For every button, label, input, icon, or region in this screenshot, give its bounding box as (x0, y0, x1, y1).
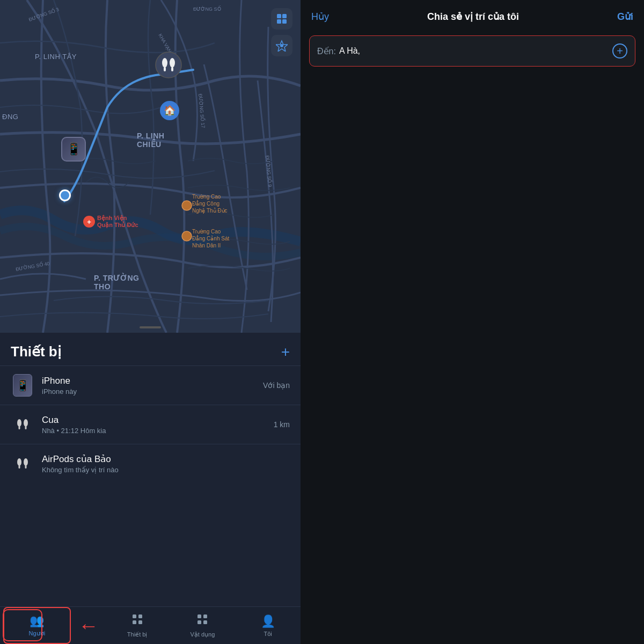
map-location-btn[interactable] (271, 35, 292, 56)
iphone-sub: iPhone này (42, 387, 255, 396)
map-label-linh-chieu: P. LINHCHIỀU (137, 131, 164, 149)
map-label-ong: ĐNG (2, 113, 18, 121)
map-area: ĐƯỜNG SỐ 3 ĐƯỜNG SỐ KHA VẠN CÂN ĐƯỜNG SỐ… (0, 0, 301, 333)
hospital-label: Bệnh ViệnQuận Thủ Đức (97, 215, 138, 229)
device-item-cua[interactable]: Cua Nhà • 21:12 Hôm kia 1 km (0, 405, 301, 444)
pull-handle[interactable] (140, 326, 161, 328)
marker-iphone-map: 📱 (61, 137, 86, 162)
svg-rect-31 (197, 614, 201, 618)
tab-vat-dung-icon (196, 613, 209, 629)
search-to-label: Đến: (317, 46, 336, 56)
svg-point-23 (17, 458, 21, 466)
svg-point-9 (156, 52, 181, 78)
marker-hospital: + Bệnh ViệnQuận Thủ Đức (83, 215, 138, 229)
svg-rect-30 (138, 620, 142, 624)
airpods-bao-name: AirPods của Bảo (42, 453, 290, 465)
svg-rect-15 (282, 14, 287, 18)
cancel-button[interactable]: Hủy (311, 11, 329, 23)
iphone-info: iPhone iPhone này (42, 376, 255, 396)
map-roads-svg: ĐƯỜNG SỐ 3 ĐƯỜNG SỐ KHA VẠN CÂN ĐƯỜNG SỐ… (0, 0, 301, 333)
svg-rect-33 (197, 620, 201, 624)
right-body-content (301, 67, 644, 644)
share-location-title: Chia sẻ vị trí của tôi (427, 11, 519, 23)
map-layers-btn[interactable] (271, 8, 292, 30)
tab-toi-label: Tôi (264, 631, 272, 637)
search-add-button[interactable]: + (612, 43, 627, 58)
svg-point-19 (17, 419, 21, 427)
svg-rect-34 (203, 620, 207, 624)
svg-rect-32 (203, 614, 207, 618)
svg-rect-28 (138, 614, 142, 618)
svg-rect-29 (133, 620, 136, 624)
cua-sub: Nhà • 21:12 Hôm kia (42, 427, 266, 435)
device-item-iphone[interactable]: 📱 iPhone iPhone này Với bạn (0, 365, 301, 405)
school-marker-1: Trường CaoĐẳng CôngNghệ Thủ Đức (192, 193, 228, 214)
add-device-button[interactable]: + (281, 345, 290, 360)
iphone-status: Với bạn (263, 381, 290, 390)
cua-airpods-icon (13, 415, 32, 434)
section-title: Thiết bị (11, 343, 61, 360)
right-header: Hủy Chia sẻ vị trí của tôi Gửi (301, 0, 644, 31)
tab-vat-dung[interactable]: Vật dụng (170, 607, 236, 644)
svg-point-7 (182, 201, 192, 210)
send-button[interactable]: Gửi (617, 11, 633, 23)
marker-home: 🏠 (160, 101, 179, 120)
red-arrow-container: ← (72, 616, 105, 636)
airpods-bao-sub: Không tìm thấy vị trí nào (42, 466, 290, 474)
search-value: A Hà, (339, 46, 612, 56)
iphone-icon-wrap: 📱 (11, 374, 34, 397)
marker-airpods (155, 51, 182, 81)
school-label-2: Trường CaoĐẳng Cảnh SátNhân Dân II (192, 228, 229, 249)
airpods-bao-icon-wrap (11, 452, 34, 475)
svg-rect-14 (277, 14, 281, 18)
school-label-1: Trường CaoĐẳng CôngNghệ Thủ Đức (192, 193, 228, 214)
svg-point-24 (24, 458, 28, 466)
svg-point-8 (182, 231, 192, 241)
marker-current-location (59, 189, 71, 201)
svg-rect-27 (133, 614, 136, 618)
tab-toi-icon: 👤 (261, 614, 275, 628)
svg-rect-12 (164, 67, 166, 71)
svg-rect-21 (19, 426, 20, 429)
tab-thiet-bi[interactable]: Thiết bị (105, 607, 170, 644)
svg-point-10 (162, 58, 167, 68)
tab-bar: 👥 Người ← Thiết bị (0, 606, 301, 644)
map-label-truong-tho: P. TRƯỜNGTHO (94, 274, 139, 291)
red-arrow-icon: ← (78, 616, 99, 636)
right-panel: Hủy Chia sẻ vị trí của tôi Gửi Đến: A Hà… (301, 0, 644, 644)
iphone-name: iPhone (42, 376, 255, 386)
tab-thiet-bi-icon (131, 613, 144, 629)
cua-icon-wrap (11, 413, 34, 436)
svg-point-11 (170, 58, 175, 68)
svg-rect-22 (25, 426, 27, 429)
school-marker-2: Trường CaoĐẳng Cảnh SátNhân Dân II (192, 228, 229, 249)
tab-vat-dung-label: Vật dụng (190, 631, 215, 638)
svg-point-20 (24, 419, 28, 427)
search-field[interactable]: Đến: A Hà, + (309, 35, 635, 67)
airpods-bao-icon (13, 454, 32, 473)
cua-info: Cua Nhà • 21:12 Hôm kia (42, 415, 266, 435)
svg-rect-16 (277, 19, 281, 24)
svg-rect-17 (282, 19, 287, 24)
left-panel: ĐƯỜNG SỐ 3 ĐƯỜNG SỐ KHA VẠN CÂN ĐƯỜNG SỐ… (0, 0, 301, 644)
svg-point-18 (280, 44, 283, 47)
cua-distance: 1 km (274, 420, 290, 429)
svg-text:ĐƯỜNG SỐ: ĐƯỜNG SỐ (193, 5, 221, 12)
hospital-icon: + (83, 216, 95, 228)
map-top-icons (271, 8, 292, 56)
svg-rect-13 (171, 67, 173, 71)
device-item-airpods-bao[interactable]: AirPods của Bảo Không tìm thấy vị trí nà… (0, 444, 301, 483)
airpods-bao-info: AirPods của Bảo Không tìm thấy vị trí nà… (42, 453, 290, 474)
map-label-linh-tay: P. LINH TÂY (35, 53, 77, 61)
svg-rect-25 (19, 465, 20, 469)
svg-rect-26 (25, 465, 27, 469)
section-header: Thiết bị + (0, 333, 301, 365)
tab-thiet-bi-label: Thiết bị (127, 631, 148, 638)
cua-name: Cua (42, 415, 266, 426)
iphone-icon: 📱 (13, 374, 32, 397)
tab-toi[interactable]: 👤 Tôi (235, 607, 301, 644)
device-list-area: Thiết bị + 📱 iPhone iPhone này Với bạn (0, 333, 301, 644)
active-tab-nguoi-highlight (3, 609, 42, 641)
